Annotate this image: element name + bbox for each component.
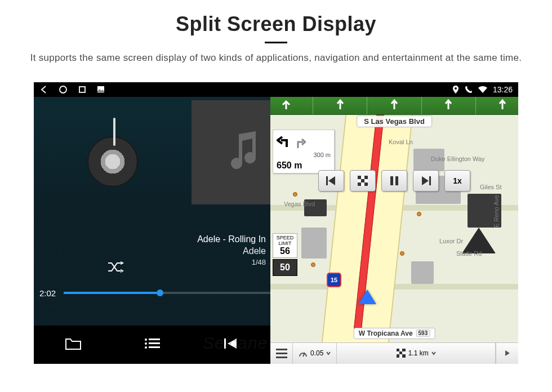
svg-rect-23	[399, 351, 402, 354]
poi-dot-icon	[417, 212, 421, 216]
lane-arrow-icon	[498, 99, 507, 112]
chevron-down-icon	[431, 350, 436, 356]
svg-rect-14	[361, 179, 364, 182]
track-title: Adele - Rolling In	[34, 233, 266, 246]
bottom-street-name: W Tropicana Ave	[359, 329, 413, 337]
svg-rect-1	[79, 87, 85, 92]
shuffle-icon[interactable]	[107, 260, 124, 276]
top-street-label: S Las Vegas Blvd	[357, 115, 432, 127]
lane-arrow-icon	[390, 99, 399, 112]
map-label-giles: Giles St	[480, 184, 502, 190]
progress-fill	[64, 292, 157, 294]
svg-rect-13	[364, 176, 368, 179]
track-counter: 1/48	[34, 257, 266, 268]
page-title: Split Screen Display	[0, 12, 552, 36]
sim-pause-button[interactable]	[381, 170, 407, 191]
turntable-disc-icon	[87, 136, 138, 187]
home-circle-icon[interactable]	[59, 85, 68, 94]
turn-distance: 650 m	[277, 161, 331, 171]
lane-arrow-icon	[444, 99, 453, 112]
svg-point-3	[145, 338, 147, 341]
music-app: Adele - Rolling In Adele 1/48 2:02	[34, 97, 270, 364]
footer-speed-cell[interactable]: 0.05	[293, 343, 337, 364]
svg-point-0	[60, 86, 66, 93]
lane-guidance-bar	[270, 97, 518, 115]
footer-speed-value: 0.05	[310, 349, 323, 357]
page-header: Split Screen Display It supports the sam…	[0, 0, 552, 71]
bottom-street-label: W Tropicana Ave 593	[354, 328, 435, 339]
map-label-vegasblvd: Vegas Blvd	[284, 201, 315, 207]
gauge-icon	[299, 349, 308, 358]
map-label-duke: Duke Ellington Way	[431, 155, 485, 162]
footer-distance-value: 1.1 km	[408, 349, 429, 357]
music-note-icon	[225, 128, 265, 176]
footer-distance-cell[interactable]: 1.1 km	[337, 343, 496, 364]
svg-rect-24	[397, 354, 399, 358]
building-block	[301, 228, 327, 259]
poi-dot-icon	[400, 251, 404, 256]
checkered-flag-icon	[397, 349, 406, 358]
elapsed-time: 2:02	[39, 288, 56, 298]
speed-limit-label: SPEED LIMIT	[274, 235, 296, 246]
map-label-reno: E Reno Ave	[493, 195, 500, 228]
speed-limit-sign: SPEED LIMIT 56	[273, 233, 297, 258]
lane-arrow-icon	[282, 99, 291, 112]
current-speed: 50	[273, 259, 297, 276]
back-icon[interactable]	[39, 85, 48, 94]
sim-next-button[interactable]	[413, 170, 439, 191]
svg-rect-4	[149, 338, 160, 340]
svg-point-5	[145, 342, 147, 345]
device-frame: 13:26 Adele - Rolling In Adele 1/48 2:02	[34, 82, 518, 364]
svg-rect-8	[149, 346, 160, 348]
poi-dot-icon	[311, 262, 315, 267]
svg-rect-12	[358, 176, 361, 179]
status-right: 13:26	[452, 85, 513, 94]
prev-track-button[interactable]	[220, 337, 242, 353]
progress-bar[interactable]	[64, 292, 270, 294]
turn-left-icon	[277, 132, 292, 150]
picture-icon[interactable]	[97, 86, 105, 93]
svg-rect-25	[402, 354, 406, 358]
poi-dot-icon	[293, 192, 297, 197]
sim-speed-button[interactable]: 1x	[444, 170, 470, 191]
speed-limit-value: 56	[274, 246, 296, 256]
location-pin-icon	[452, 86, 459, 93]
sim-control-buttons: 1x	[318, 170, 470, 191]
phone-icon	[465, 86, 473, 93]
nav-buttons	[39, 85, 105, 94]
svg-rect-16	[364, 182, 368, 186]
progress-knob[interactable]	[157, 289, 163, 296]
footer-forward-button[interactable]	[496, 343, 518, 364]
page-subtitle: It supports the same screen display of t…	[28, 51, 524, 65]
playlist-button[interactable]	[141, 337, 163, 352]
svg-point-7	[145, 346, 147, 349]
svg-rect-21	[397, 349, 399, 351]
turn-right-small-icon	[296, 137, 306, 150]
map-label-slade: Slade Rd	[456, 250, 482, 257]
folder-button[interactable]	[62, 337, 84, 353]
svg-rect-15	[358, 182, 361, 186]
bottom-street-houseno: 593	[416, 329, 430, 337]
current-position-cursor	[358, 289, 376, 304]
building-block	[411, 261, 434, 284]
map-label-koval: Koval Ln	[389, 139, 413, 145]
svg-rect-22	[402, 349, 406, 351]
status-time: 13:26	[493, 85, 513, 94]
music-bottom-controls	[34, 326, 270, 364]
sim-flag-button[interactable]	[350, 170, 376, 191]
lane-arrow-icon	[336, 99, 345, 112]
track-artist: Adele	[34, 245, 266, 257]
sim-prev-button[interactable]	[318, 170, 344, 191]
status-bar: 13:26	[34, 82, 518, 97]
svg-rect-10	[326, 176, 328, 185]
turn-instruction: 300 m 650 m	[273, 130, 335, 173]
wifi-icon	[478, 86, 487, 93]
svg-rect-19	[429, 176, 431, 185]
recent-square-icon[interactable]	[78, 85, 87, 94]
interstate-shield: 15	[327, 273, 341, 287]
menu-button[interactable]	[270, 343, 293, 364]
svg-rect-6	[149, 342, 160, 344]
progress-row: 2:02	[39, 288, 270, 298]
map-footer: 0.05 1.1 km	[270, 342, 518, 364]
map-label-luxor: Luxor Dr	[439, 238, 463, 244]
